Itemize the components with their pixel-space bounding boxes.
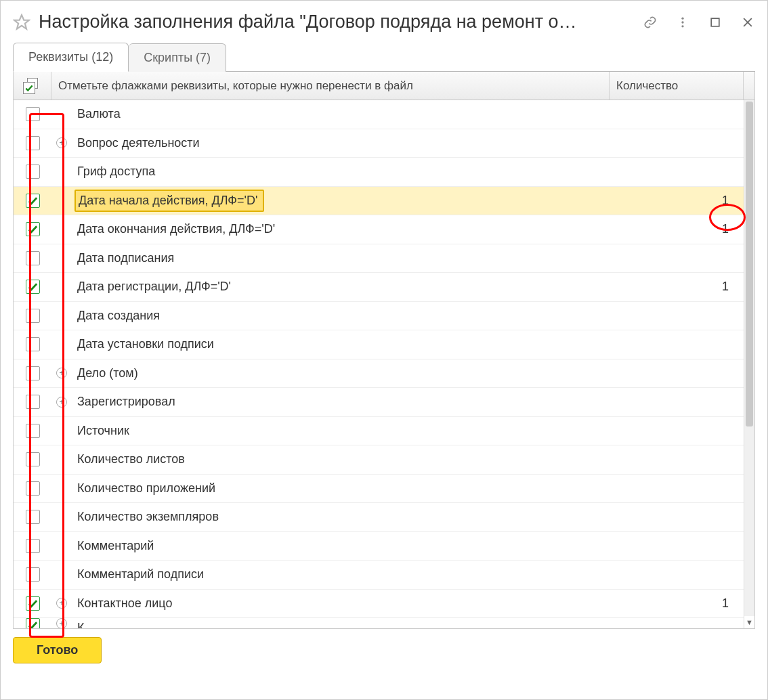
more-menu-icon[interactable]: [675, 15, 690, 30]
row-check-cell: [14, 424, 51, 438]
table-row[interactable]: Количество листов: [14, 445, 744, 475]
check-all-header[interactable]: [14, 72, 51, 100]
row-checkbox[interactable]: [26, 337, 40, 351]
close-icon[interactable]: [740, 15, 755, 30]
table-row[interactable]: Количество приложений: [14, 475, 744, 504]
table-row[interactable]: Источник: [14, 417, 744, 446]
row-expand-cell: +: [51, 397, 72, 408]
row-checkbox[interactable]: [26, 165, 40, 179]
row-label: Гриф доступа: [72, 162, 612, 181]
row-check-cell: [14, 136, 51, 150]
table-row[interactable]: Дата создания: [14, 302, 744, 331]
row-expand-cell: +: [51, 618, 72, 628]
row-checkbox[interactable]: [26, 395, 40, 409]
maximize-icon[interactable]: [708, 15, 723, 30]
row-checkbox[interactable]: [26, 251, 40, 265]
row-label: Количество листов: [72, 450, 612, 469]
svg-marker-0: [14, 15, 29, 29]
row-expand-cell: +: [51, 598, 72, 609]
row-check-cell: [14, 481, 51, 496]
expand-icon[interactable]: +: [56, 598, 67, 609]
expand-icon[interactable]: +: [56, 397, 67, 408]
row-check-cell: [14, 452, 51, 466]
table-row[interactable]: Дата регистрации, ДЛФ='D'1: [14, 273, 744, 302]
row-label: Дата окончания действия, ДЛФ='D': [72, 219, 612, 239]
row-checkbox[interactable]: [26, 481, 40, 496]
row-label: Комментарий подписи: [72, 565, 612, 584]
table-row[interactable]: Гриф доступа: [14, 158, 744, 187]
row-checkbox[interactable]: [26, 194, 40, 208]
table-row[interactable]: Дата установки подписи: [14, 330, 744, 359]
tabs: Реквизиты (12)Скрипты (7): [13, 42, 755, 72]
table: Отметьте флажками реквизиты, которые нуж…: [13, 72, 755, 629]
svg-point-2: [681, 21, 683, 23]
table-row[interactable]: +Контактное лицо1: [14, 590, 744, 619]
row-check-cell: [14, 567, 51, 582]
row-check-cell: [14, 251, 51, 265]
window-title: Настройка заполнения файла "Договор подр…: [39, 12, 635, 32]
row-label: Количество экземпляров: [72, 507, 612, 527]
scrollbar-thumb[interactable]: [746, 102, 753, 426]
ready-button[interactable]: Готово: [13, 637, 102, 663]
row-label: Контактное лицо: [72, 594, 612, 613]
scroll-down-icon[interactable]: ▼: [744, 616, 754, 628]
row-check-cell: [14, 194, 51, 208]
row-label: Дата начала действия, ДЛФ='D': [72, 190, 612, 212]
th-scroll-spacer: [744, 72, 754, 100]
row-check-cell: [14, 280, 51, 294]
row-label: Дата регистрации, ДЛФ='D': [72, 277, 612, 297]
row-check-cell: [14, 309, 51, 323]
link-icon[interactable]: [643, 15, 658, 30]
row-check-cell: [14, 107, 51, 121]
row-label: Зарегистрировал: [72, 392, 612, 412]
th-instructions: Отметьте флажками реквизиты, которые нуж…: [51, 72, 610, 100]
table-row[interactable]: +К: [14, 618, 744, 628]
row-checkbox[interactable]: [26, 136, 40, 150]
titlebar-actions: [643, 15, 755, 30]
row-checkbox[interactable]: [26, 424, 40, 438]
row-checkbox[interactable]: [26, 309, 40, 323]
table-row[interactable]: Валюта: [14, 100, 744, 129]
row-checkbox[interactable]: [26, 107, 40, 121]
row-checkbox[interactable]: [26, 222, 40, 236]
row-checkbox[interactable]: [26, 596, 40, 611]
row-checkbox[interactable]: [26, 510, 40, 524]
row-check-cell: [14, 222, 51, 236]
row-check-cell: [14, 596, 51, 611]
row-label: Дело (том): [72, 364, 612, 383]
row-label: Дата подписания: [72, 248, 612, 268]
row-checkbox[interactable]: [26, 567, 40, 582]
row-count: 1: [612, 596, 744, 611]
row-checkbox[interactable]: [26, 280, 40, 294]
tab-0[interactable]: Реквизиты (12): [13, 43, 129, 72]
favorite-star-icon[interactable]: [13, 14, 30, 31]
row-label: Источник: [72, 421, 612, 441]
table-row[interactable]: Дата подписания: [14, 244, 744, 274]
row-checkbox[interactable]: [26, 539, 40, 553]
row-label: Дата установки подписи: [72, 334, 612, 354]
row-label: Валюта: [72, 104, 612, 124]
row-label: Комментарий: [72, 536, 612, 556]
table-row[interactable]: Дата окончания действия, ДЛФ='D'1: [14, 215, 744, 244]
table-header: Отметьте флажками реквизиты, которые нуж…: [14, 72, 754, 100]
row-checkbox[interactable]: [26, 452, 40, 466]
row-check-cell: [14, 366, 51, 380]
row-label: Вопрос деятельности: [72, 133, 612, 153]
expand-icon[interactable]: +: [56, 368, 67, 378]
row-checkbox[interactable]: [26, 618, 40, 628]
row-count: 1: [612, 222, 744, 236]
scrollbar[interactable]: [744, 100, 754, 616]
th-count[interactable]: Количество: [610, 72, 744, 100]
table-row[interactable]: Дата начала действия, ДЛФ='D'1: [14, 187, 744, 216]
table-row[interactable]: +Зарегистрировал: [14, 388, 744, 417]
tab-1[interactable]: Скрипты (7): [129, 43, 226, 72]
table-row[interactable]: +Вопрос деятельности: [14, 129, 744, 158]
expand-icon[interactable]: +: [56, 618, 67, 628]
table-row[interactable]: Комментарий подписи: [14, 561, 744, 590]
table-row[interactable]: Количество экземпляров: [14, 503, 744, 532]
table-row[interactable]: Комментарий: [14, 532, 744, 561]
row-checkbox[interactable]: [26, 366, 40, 380]
table-row[interactable]: +Дело (том): [14, 359, 744, 389]
window: Настройка заполнения файла "Договор подр…: [0, 0, 768, 700]
expand-icon[interactable]: +: [56, 137, 67, 148]
